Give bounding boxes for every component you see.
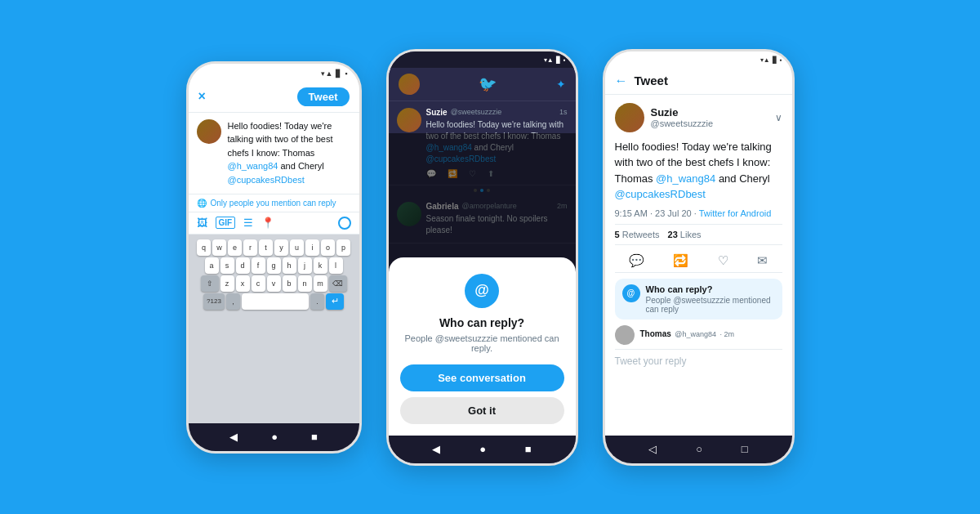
gif-icon[interactable]: GIF [216, 217, 236, 229]
key-e[interactable]: e [228, 239, 242, 256]
key-w[interactable]: w [212, 239, 226, 256]
see-conversation-button[interactable]: See conversation [400, 364, 564, 391]
back-nav-icon[interactable]: ◀ [229, 431, 238, 443]
recent-nav-icon-2[interactable]: ■ [525, 443, 532, 455]
key-j[interactable]: j [298, 257, 312, 274]
key-u[interactable]: u [290, 239, 304, 256]
feed-user-avatar[interactable] [399, 74, 420, 95]
key-y[interactable]: y [274, 239, 288, 256]
like-action-icon[interactable]: ♡ [718, 253, 728, 268]
image-icon[interactable]: 🖼 [197, 217, 207, 229]
reply-restriction-text: Only people you mention can reply [211, 199, 336, 208]
key-v[interactable]: v [267, 275, 281, 292]
key-r[interactable]: r [243, 239, 257, 256]
compose-topbar: × Tweet [189, 82, 359, 113]
list-icon[interactable]: ☰ [243, 217, 253, 229]
modal-at-icon-circle: @ [465, 274, 499, 308]
modal-title: Who can reply? [400, 316, 564, 329]
key-n[interactable]: n [298, 275, 312, 292]
key-z[interactable]: z [220, 275, 234, 292]
key-k[interactable]: k [314, 257, 327, 274]
key-period[interactable]: . [310, 293, 324, 310]
retweet-action-icon[interactable]: 🔁 [673, 253, 688, 268]
key-o[interactable]: o [321, 239, 335, 256]
mention-2: @cupcakesRDbest [228, 175, 305, 185]
recent-nav-icon[interactable]: ■ [311, 431, 318, 443]
key-q[interactable]: q [197, 239, 211, 256]
tweet-detail-header: ← Tweet [605, 68, 792, 95]
key-a[interactable]: a [205, 257, 219, 274]
tweet-mention1: @h_wang84 [656, 172, 715, 185]
home-nav-icon-2[interactable]: ● [479, 443, 486, 455]
twitter-bird-icon: 🐦 [479, 75, 497, 93]
thomas-avatar [615, 325, 635, 345]
wifi-icon: ▾▲ [321, 69, 332, 78]
reply-restriction[interactable]: 🌐 Only people you mention can reply [189, 194, 359, 212]
key-shift[interactable]: ⇧ [201, 275, 219, 292]
bottom-nav-2: ◀ ● ■ [389, 436, 576, 463]
key-delete[interactable]: ⌫ [329, 275, 347, 292]
recent-nav-icon-3[interactable]: □ [742, 443, 748, 455]
status-bar-3: ▾▲ ▊ ▪ [605, 51, 792, 68]
key-i[interactable]: i [305, 239, 319, 256]
key-d[interactable]: d [236, 257, 250, 274]
key-s[interactable]: s [220, 257, 234, 274]
tweet-text-mid: and Cheryl [715, 172, 769, 185]
likes-count[interactable]: 23 Likes [668, 230, 702, 239]
got-it-button[interactable]: Got it [400, 397, 564, 424]
key-g[interactable]: g [267, 257, 281, 274]
reply-info-title: Who can reply? [646, 284, 775, 294]
key-m[interactable]: m [314, 275, 327, 292]
keyboard-row-2: a s d f g h j k l [189, 257, 359, 275]
compose-text-area[interactable]: Hello foodies! Today we're talking with … [228, 119, 351, 187]
suzie-avatar [397, 108, 421, 132]
close-button[interactable]: × [198, 89, 206, 104]
author-chevron[interactable]: ∨ [775, 112, 782, 123]
key-x[interactable]: x [236, 275, 250, 292]
key-b[interactable]: b [283, 275, 296, 292]
author-avatar [615, 103, 644, 132]
bottom-nav-3: ◁ ○ □ [605, 436, 792, 463]
thomas-handle: @h_wang84 [675, 330, 716, 338]
keyboard-row-1: q w e r t y u i o p [189, 237, 359, 257]
tweet-stats-row: 5 Retweets 23 Likes [615, 224, 782, 245]
back-nav-icon-3[interactable]: ◁ [648, 443, 657, 455]
mention-1: @h_wang84 [228, 161, 278, 171]
key-t[interactable]: t [259, 239, 273, 256]
key-p[interactable]: p [336, 239, 350, 256]
key-comma[interactable]: , [226, 293, 240, 310]
back-arrow-icon[interactable]: ← [615, 74, 628, 88]
sparkle-icon[interactable]: ✦ [556, 78, 566, 91]
twitter-source-link[interactable]: Twitter for Android [699, 208, 772, 218]
compose-text-start: Hello foodies! Today we're talking with … [228, 121, 333, 158]
back-nav-icon-2[interactable]: ◀ [432, 443, 440, 455]
modal-sheet: @ Who can reply? People @sweetsuzzzie me… [389, 257, 576, 436]
compose-text-mid: and Cheryl [278, 161, 323, 171]
author-info: Suzie @sweetsuzzzie [651, 106, 768, 128]
key-return[interactable]: ↵ [326, 293, 344, 310]
signal-icon: ▊ [336, 69, 341, 78]
tweet-button[interactable]: Tweet [297, 87, 350, 106]
thomas-name: Thomas [640, 329, 671, 338]
home-nav-icon-3[interactable]: ○ [696, 443, 702, 455]
char-counter [338, 217, 351, 230]
key-c[interactable]: c [252, 275, 265, 292]
key-space[interactable] [242, 293, 309, 310]
author-name: Suzie [651, 106, 768, 118]
share-action-icon[interactable]: ✉ [757, 253, 768, 268]
key-l[interactable]: l [329, 257, 343, 274]
key-f[interactable]: f [252, 257, 265, 274]
key-123[interactable]: ?123 [203, 293, 225, 310]
key-h[interactable]: h [283, 257, 296, 274]
home-nav-icon[interactable]: ● [271, 431, 278, 443]
tweet-full-text: Hello foodies! Today we're talking with … [615, 139, 782, 203]
keyboard-row-4: ?123 , . ↵ [189, 293, 359, 311]
reply-action-icon[interactable]: 💬 [629, 253, 644, 268]
reply-input[interactable]: Tweet your reply [615, 349, 782, 373]
tweet-1-time: 1s [559, 108, 568, 116]
status-bar-1: ▾▲ ▊ ▪ [189, 64, 359, 82]
location-icon[interactable]: 📍 [261, 217, 274, 229]
retweet-count[interactable]: 5 Retweets [615, 230, 660, 239]
author-handle: @sweetsuzzzie [651, 118, 768, 128]
user-avatar [197, 119, 221, 144]
